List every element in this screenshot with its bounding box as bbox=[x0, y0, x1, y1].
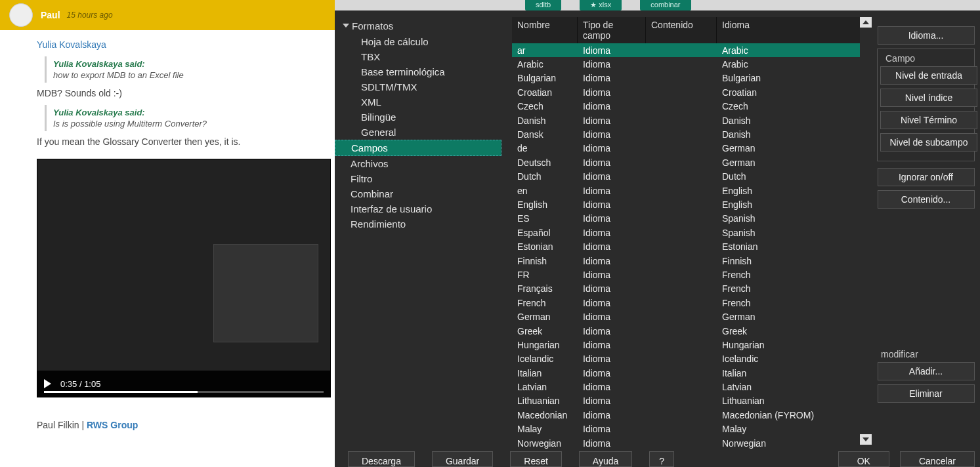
table-row[interactable]: DanskIdiomaDanish bbox=[512, 127, 872, 141]
table-row[interactable]: enIdiomaEnglish bbox=[512, 184, 872, 197]
embedded-video[interactable]: 0:35 / 1:05 bbox=[37, 159, 331, 397]
table-cell: Dutch bbox=[717, 171, 872, 182]
idioma-button[interactable]: Idioma... bbox=[878, 26, 975, 45]
sidebar-item[interactable]: Base terminológica bbox=[335, 64, 501, 79]
cancelar-button[interactable]: Cancelar bbox=[900, 451, 975, 467]
top-tab[interactable]: ★ xlsx bbox=[580, 0, 622, 10]
signature: Paul Filkin | RWS Group bbox=[0, 411, 335, 439]
anadir-button[interactable]: Añadir... bbox=[878, 362, 975, 380]
table-row[interactable]: ItalianIdiomaItalian bbox=[512, 366, 872, 380]
table-row[interactable]: deIdiomaGerman bbox=[512, 142, 872, 155]
scroll-up-button[interactable] bbox=[860, 17, 872, 28]
table-row[interactable]: FinnishIdiomaFinnish bbox=[512, 254, 872, 268]
nivel-entrada-button[interactable]: Nivel de entrada bbox=[880, 66, 977, 85]
table-row[interactable]: EstonianIdiomaEstonian bbox=[512, 239, 872, 253]
table-row[interactable]: CzechIdiomaCzech bbox=[512, 100, 872, 113]
scroll-track[interactable] bbox=[860, 28, 872, 434]
table-cell: Finnish bbox=[717, 256, 872, 266]
table-cell: Greek bbox=[717, 326, 872, 336]
nivel-termino-button[interactable]: Nivel Término bbox=[880, 111, 977, 129]
sidebar-item[interactable]: XML bbox=[335, 94, 501, 110]
table-row[interactable]: GreekIdiomaGreek bbox=[512, 324, 872, 338]
sidebar-item[interactable]: Filtro bbox=[335, 171, 501, 186]
post-author[interactable]: Paul bbox=[41, 10, 60, 20]
table-cell: Idioma bbox=[578, 101, 646, 112]
scroll-down-button[interactable] bbox=[860, 434, 872, 445]
table-cell: Croatian bbox=[512, 87, 578, 98]
video-progress[interactable] bbox=[44, 391, 324, 393]
table-row[interactable]: BulgarianIdiomaBulgarian bbox=[512, 71, 872, 85]
column-header-idioma[interactable]: Idioma bbox=[717, 17, 872, 43]
table-row[interactable]: ArabicIdiomaArabic bbox=[512, 57, 872, 71]
contenido-button[interactable]: Contenido... bbox=[878, 190, 975, 209]
ayuda-button[interactable]: Ayuda bbox=[579, 451, 632, 467]
sidebar-item[interactable]: Archivos bbox=[335, 156, 501, 171]
post-body: Yulia Kovalskaya Yulia Kovalskaya said: … bbox=[0, 30, 335, 411]
table-row[interactable]: EspañolIdiomaSpanish bbox=[512, 226, 872, 239]
table-row[interactable]: FRIdiomaFrench bbox=[512, 268, 872, 281]
nivel-subcampo-button[interactable]: Nivel de subcampo bbox=[880, 133, 977, 152]
table-cell: Estonian bbox=[512, 241, 578, 252]
table-cell: Deutsch bbox=[512, 157, 578, 168]
sidebar-item[interactable]: Combinar bbox=[335, 186, 501, 201]
sidebar-item[interactable]: Rendimiento bbox=[335, 216, 501, 232]
table-cell: ES bbox=[512, 213, 578, 224]
video-frame[interactable] bbox=[37, 159, 330, 371]
table-row[interactable]: FrenchIdiomaFrench bbox=[512, 296, 872, 310]
descarga-button[interactable]: Descarga bbox=[348, 451, 415, 467]
table-cell: Macedonian (FYROM) bbox=[717, 410, 872, 420]
signature-link[interactable]: RWS Group bbox=[87, 420, 138, 430]
table-cell: Idioma bbox=[578, 270, 646, 280]
table-row[interactable]: DutchIdiomaDutch bbox=[512, 170, 872, 184]
sidebar-item[interactable]: General bbox=[335, 125, 501, 140]
table-cell: Hungarian bbox=[512, 340, 578, 350]
nivel-indice-button[interactable]: Nivel índice bbox=[880, 89, 977, 107]
table-cell: Spanish bbox=[717, 213, 872, 224]
sidebar-item[interactable]: SDLTM/TMX bbox=[335, 79, 501, 94]
ignorar-button[interactable]: Ignorar on/off bbox=[878, 168, 975, 186]
vertical-scrollbar[interactable] bbox=[860, 17, 872, 445]
reset-button[interactable]: Reset bbox=[510, 451, 562, 467]
sidebar-item[interactable]: Interfaz de usuario bbox=[335, 201, 501, 216]
column-header-contenido[interactable]: Contenido bbox=[646, 17, 717, 43]
tree-root-formatos[interactable]: Formatos bbox=[335, 17, 501, 34]
help-button[interactable]: ? bbox=[649, 451, 674, 467]
table-cell: Idioma bbox=[578, 143, 646, 153]
table-cell: Lithuanian bbox=[717, 396, 872, 406]
table-cell: Dansk bbox=[512, 129, 578, 140]
table-row[interactable]: GermanIdiomaGerman bbox=[512, 310, 872, 323]
table-cell: German bbox=[717, 157, 872, 168]
table-cell: Czech bbox=[512, 101, 578, 112]
guardar-button[interactable]: Guardar bbox=[432, 451, 493, 467]
table-row[interactable]: CroatianIdiomaCroatian bbox=[512, 85, 872, 99]
sidebar-item[interactable]: Campos bbox=[335, 140, 501, 156]
reply-text: If you mean the Glossary Converter then … bbox=[37, 136, 298, 147]
mention-link[interactable]: Yulia Kovalskaya bbox=[37, 39, 298, 50]
table-cell: FR bbox=[512, 270, 578, 280]
sidebar-item[interactable]: TBX bbox=[335, 49, 501, 64]
eliminar-button[interactable]: Eliminar bbox=[878, 384, 975, 403]
table-row[interactable]: HungarianIdiomaHungarian bbox=[512, 338, 872, 352]
arrow-up-icon bbox=[863, 20, 869, 24]
table-row[interactable]: EnglishIdiomaEnglish bbox=[512, 197, 872, 211]
table-row[interactable]: LatvianIdiomaLatvian bbox=[512, 380, 872, 394]
table-row[interactable]: IcelandicIdiomaIcelandic bbox=[512, 352, 872, 366]
ok-button[interactable]: OK bbox=[838, 451, 889, 467]
table-row[interactable]: DanishIdiomaDanish bbox=[512, 113, 872, 127]
sidebar-item[interactable]: Hoja de cálculo bbox=[335, 34, 501, 49]
table-row[interactable]: FrançaisIdiomaFrench bbox=[512, 282, 872, 296]
column-header-tipo[interactable]: Tipo de campo bbox=[578, 17, 646, 43]
top-tab[interactable]: combinar bbox=[640, 0, 691, 10]
top-tab[interactable]: sdltb bbox=[525, 0, 561, 10]
table-row[interactable]: DeutschIdiomaGerman bbox=[512, 155, 872, 169]
settings-dialog: sdltb ★ xlsx combinar Formatos Hoja de c… bbox=[335, 0, 980, 467]
table-row[interactable]: MacedonianIdiomaMacedonian (FYROM) bbox=[512, 408, 872, 422]
column-header-nombre[interactable]: Nombre bbox=[512, 17, 578, 43]
table-row[interactable]: ESIdiomaSpanish bbox=[512, 212, 872, 226]
avatar[interactable] bbox=[9, 3, 33, 27]
table-row[interactable]: arIdiomaArabic bbox=[512, 43, 872, 57]
table-row[interactable]: MalayIdiomaMalay bbox=[512, 422, 872, 436]
sidebar-item[interactable]: Bilingüe bbox=[335, 110, 501, 125]
table-row[interactable]: LithuanianIdiomaLithuanian bbox=[512, 394, 872, 408]
play-icon[interactable] bbox=[44, 379, 51, 388]
